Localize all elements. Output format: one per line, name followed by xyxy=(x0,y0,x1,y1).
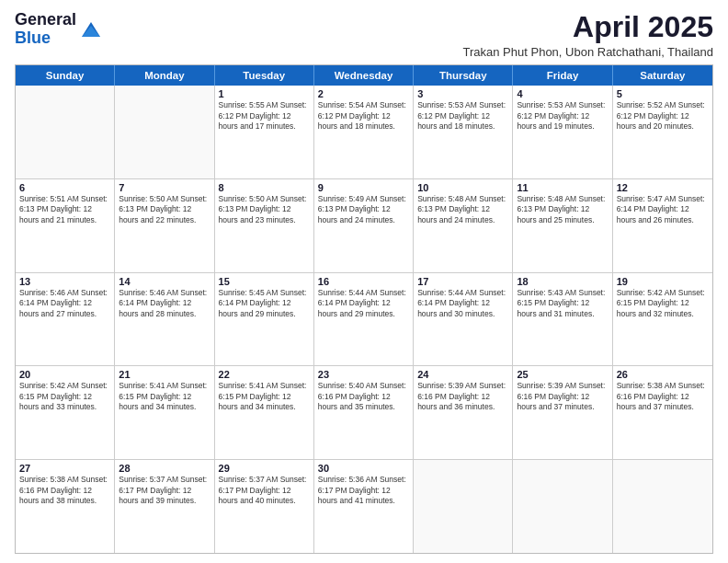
weekday-header: Sunday xyxy=(16,65,115,86)
day-number: 28 xyxy=(119,463,210,474)
calendar-day-empty xyxy=(16,86,115,178)
day-number: 18 xyxy=(517,276,608,287)
calendar-row: 6Sunrise: 5:51 AM Sunset: 6:13 PM Daylig… xyxy=(16,178,712,272)
calendar-day-2: 2Sunrise: 5:54 AM Sunset: 6:12 PM Daylig… xyxy=(314,86,414,178)
day-info: Sunrise: 5:54 AM Sunset: 6:12 PM Dayligh… xyxy=(318,100,409,132)
calendar-day-19: 19Sunrise: 5:42 AM Sunset: 6:15 PM Dayli… xyxy=(613,273,712,366)
day-info: Sunrise: 5:38 AM Sunset: 6:16 PM Dayligh… xyxy=(19,475,110,506)
day-info: Sunrise: 5:37 AM Sunset: 6:17 PM Dayligh… xyxy=(119,475,210,506)
calendar-header: SundayMondayTuesdayWednesdayThursdayFrid… xyxy=(16,65,712,86)
calendar-day-3: 3Sunrise: 5:53 AM Sunset: 6:12 PM Daylig… xyxy=(414,86,513,178)
title-block: April 2025 Trakan Phut Phon, Ubon Ratcha… xyxy=(463,11,713,59)
day-info: Sunrise: 5:39 AM Sunset: 6:16 PM Dayligh… xyxy=(417,381,508,412)
day-info: Sunrise: 5:44 AM Sunset: 6:14 PM Dayligh… xyxy=(417,288,508,319)
day-info: Sunrise: 5:42 AM Sunset: 6:15 PM Dayligh… xyxy=(19,381,110,412)
calendar-day-1: 1Sunrise: 5:55 AM Sunset: 6:12 PM Daylig… xyxy=(215,86,314,178)
calendar-day-18: 18Sunrise: 5:43 AM Sunset: 6:15 PM Dayli… xyxy=(513,273,612,366)
day-number: 22 xyxy=(219,369,310,380)
day-info: Sunrise: 5:42 AM Sunset: 6:15 PM Dayligh… xyxy=(617,288,709,319)
calendar-day-28: 28Sunrise: 5:37 AM Sunset: 6:17 PM Dayli… xyxy=(115,460,214,553)
calendar-day-27: 27Sunrise: 5:38 AM Sunset: 6:16 PM Dayli… xyxy=(16,460,115,553)
calendar-day-7: 7Sunrise: 5:50 AM Sunset: 6:13 PM Daylig… xyxy=(115,179,214,272)
day-number: 25 xyxy=(517,369,608,380)
weekday-header: Thursday xyxy=(414,65,513,86)
day-number: 27 xyxy=(19,463,110,474)
calendar-day-26: 26Sunrise: 5:38 AM Sunset: 6:16 PM Dayli… xyxy=(613,366,712,459)
day-number: 8 xyxy=(219,182,310,193)
calendar-body: 1Sunrise: 5:55 AM Sunset: 6:12 PM Daylig… xyxy=(16,86,712,553)
day-number: 10 xyxy=(417,182,508,193)
weekday-header: Tuesday xyxy=(215,65,314,86)
day-info: Sunrise: 5:53 AM Sunset: 6:12 PM Dayligh… xyxy=(417,100,508,132)
calendar-day-13: 13Sunrise: 5:46 AM Sunset: 6:14 PM Dayli… xyxy=(16,273,115,366)
day-info: Sunrise: 5:53 AM Sunset: 6:12 PM Dayligh… xyxy=(517,100,608,132)
day-info: Sunrise: 5:45 AM Sunset: 6:14 PM Dayligh… xyxy=(219,288,310,319)
month-year: April 2025 xyxy=(463,11,713,43)
calendar-day-4: 4Sunrise: 5:53 AM Sunset: 6:12 PM Daylig… xyxy=(513,86,612,178)
day-info: Sunrise: 5:49 AM Sunset: 6:13 PM Dayligh… xyxy=(318,194,409,225)
calendar-day-17: 17Sunrise: 5:44 AM Sunset: 6:14 PM Dayli… xyxy=(414,273,513,366)
calendar-day-empty xyxy=(613,460,712,553)
day-number: 2 xyxy=(318,88,409,99)
day-info: Sunrise: 5:48 AM Sunset: 6:13 PM Dayligh… xyxy=(417,194,508,225)
day-info: Sunrise: 5:39 AM Sunset: 6:16 PM Dayligh… xyxy=(517,381,608,412)
calendar-day-20: 20Sunrise: 5:42 AM Sunset: 6:15 PM Dayli… xyxy=(16,366,115,459)
day-number: 21 xyxy=(119,369,210,380)
day-number: 16 xyxy=(318,276,409,287)
calendar-day-15: 15Sunrise: 5:45 AM Sunset: 6:14 PM Dayli… xyxy=(215,273,314,366)
logo-icon xyxy=(78,17,104,42)
day-number: 11 xyxy=(517,182,608,193)
calendar-day-23: 23Sunrise: 5:40 AM Sunset: 6:16 PM Dayli… xyxy=(314,366,414,459)
day-info: Sunrise: 5:41 AM Sunset: 6:15 PM Dayligh… xyxy=(119,381,210,412)
day-info: Sunrise: 5:50 AM Sunset: 6:13 PM Dayligh… xyxy=(219,194,310,225)
day-number: 23 xyxy=(318,369,409,380)
day-info: Sunrise: 5:43 AM Sunset: 6:15 PM Dayligh… xyxy=(517,288,608,319)
calendar-day-8: 8Sunrise: 5:50 AM Sunset: 6:13 PM Daylig… xyxy=(215,179,314,272)
calendar-day-30: 30Sunrise: 5:36 AM Sunset: 6:17 PM Dayli… xyxy=(314,460,414,553)
day-info: Sunrise: 5:50 AM Sunset: 6:13 PM Dayligh… xyxy=(119,194,210,225)
logo-general: General xyxy=(15,10,76,29)
day-number: 4 xyxy=(517,88,608,99)
day-number: 26 xyxy=(617,369,709,380)
day-number: 7 xyxy=(119,182,210,193)
day-number: 3 xyxy=(417,88,508,99)
day-number: 20 xyxy=(19,369,110,380)
location: Trakan Phut Phon, Ubon Ratchathani, Thai… xyxy=(463,45,713,59)
calendar: SundayMondayTuesdayWednesdayThursdayFrid… xyxy=(15,64,713,554)
day-info: Sunrise: 5:41 AM Sunset: 6:15 PM Dayligh… xyxy=(219,381,310,412)
calendar-day-25: 25Sunrise: 5:39 AM Sunset: 6:16 PM Dayli… xyxy=(513,366,612,459)
day-number: 15 xyxy=(219,276,310,287)
day-info: Sunrise: 5:55 AM Sunset: 6:12 PM Dayligh… xyxy=(219,100,310,132)
header: General Blue April 2025 Trakan Phut Phon… xyxy=(15,11,713,59)
weekday-header: Saturday xyxy=(613,65,712,86)
day-number: 9 xyxy=(318,182,409,193)
day-number: 17 xyxy=(417,276,508,287)
logo-blue: Blue xyxy=(15,29,51,47)
day-info: Sunrise: 5:51 AM Sunset: 6:13 PM Dayligh… xyxy=(19,194,110,225)
logo: General Blue xyxy=(15,11,104,48)
calendar-day-22: 22Sunrise: 5:41 AM Sunset: 6:15 PM Dayli… xyxy=(215,366,314,459)
day-info: Sunrise: 5:46 AM Sunset: 6:14 PM Dayligh… xyxy=(119,288,210,319)
day-info: Sunrise: 5:47 AM Sunset: 6:14 PM Dayligh… xyxy=(617,194,709,225)
calendar-day-empty xyxy=(513,460,612,553)
calendar-day-empty xyxy=(115,86,214,178)
calendar-day-empty xyxy=(414,460,513,553)
logo-text: General Blue xyxy=(15,11,76,48)
day-number: 13 xyxy=(19,276,110,287)
calendar-day-16: 16Sunrise: 5:44 AM Sunset: 6:14 PM Dayli… xyxy=(314,273,414,366)
weekday-header: Wednesday xyxy=(314,65,414,86)
calendar-row: 20Sunrise: 5:42 AM Sunset: 6:15 PM Dayli… xyxy=(16,365,712,459)
day-number: 19 xyxy=(617,276,709,287)
page: General Blue April 2025 Trakan Phut Phon… xyxy=(0,0,728,563)
day-number: 5 xyxy=(617,88,709,99)
day-info: Sunrise: 5:40 AM Sunset: 6:16 PM Dayligh… xyxy=(318,381,409,412)
calendar-day-21: 21Sunrise: 5:41 AM Sunset: 6:15 PM Dayli… xyxy=(115,366,214,459)
day-info: Sunrise: 5:36 AM Sunset: 6:17 PM Dayligh… xyxy=(318,475,409,506)
day-number: 6 xyxy=(19,182,110,193)
calendar-day-24: 24Sunrise: 5:39 AM Sunset: 6:16 PM Dayli… xyxy=(414,366,513,459)
day-info: Sunrise: 5:38 AM Sunset: 6:16 PM Dayligh… xyxy=(617,381,709,412)
calendar-day-14: 14Sunrise: 5:46 AM Sunset: 6:14 PM Dayli… xyxy=(115,273,214,366)
calendar-day-12: 12Sunrise: 5:47 AM Sunset: 6:14 PM Dayli… xyxy=(613,179,712,272)
weekday-header: Friday xyxy=(513,65,612,86)
calendar-day-5: 5Sunrise: 5:52 AM Sunset: 6:12 PM Daylig… xyxy=(613,86,712,178)
